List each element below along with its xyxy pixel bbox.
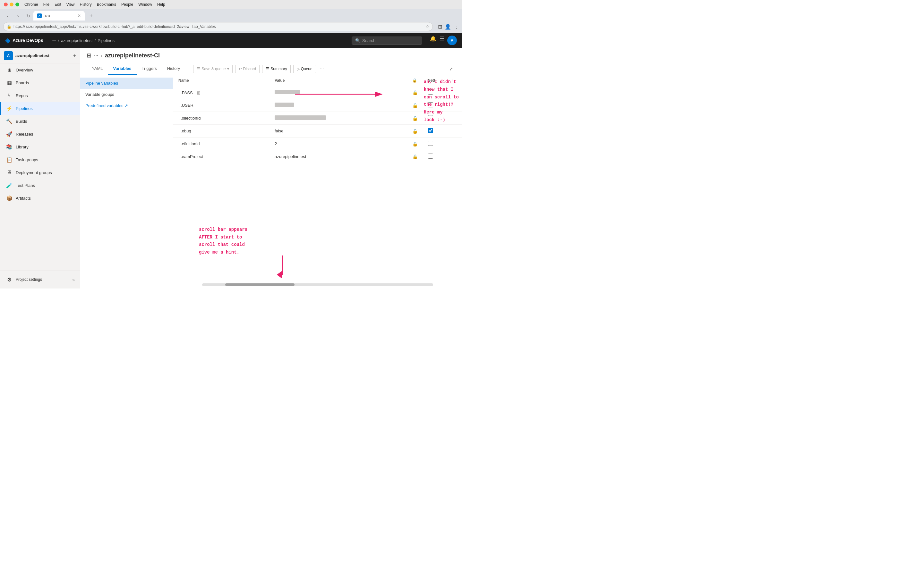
lock-cell-collectionid[interactable]: 🔒 (407, 112, 423, 125)
settings-icon[interactable]: ⋮ (454, 24, 459, 30)
breadcrumb-project[interactable]: azurepipelinetest (61, 38, 92, 43)
extensions-icon[interactable]: ⊞ (438, 24, 442, 30)
var-value-teamproject[interactable]: azurepipelinetest (270, 150, 407, 163)
settable-cell-pass[interactable] (423, 86, 462, 99)
bookmark-icon[interactable]: ☆ (426, 24, 429, 29)
var-value-user[interactable] (270, 99, 407, 112)
sidebar-item-task-groups[interactable]: 📋 Task groups (0, 153, 80, 166)
settable-cell-user[interactable] (423, 99, 462, 112)
lock-icon[interactable]: 🔒 (412, 103, 418, 108)
settable-cell-teamproject[interactable] (423, 150, 462, 163)
lock-cell-debug[interactable]: 🔒 (407, 125, 423, 137)
lock-cell-teamproject[interactable]: 🔒 (407, 150, 423, 163)
sidebar-item-library[interactable]: 📚 Library (0, 140, 80, 153)
user-avatar[interactable]: A (447, 35, 457, 45)
back-button[interactable]: ‹ (3, 11, 12, 21)
menu-file[interactable]: File (43, 2, 49, 7)
tab-variables[interactable]: Variables (108, 63, 136, 75)
org-avatar: A (4, 51, 13, 60)
add-project-button[interactable]: + (73, 53, 76, 59)
sidebar-item-pipelines[interactable]: ⚡ Pipelines (0, 102, 80, 115)
menu-help[interactable]: Help (157, 2, 165, 7)
settable-checkbox[interactable] (428, 153, 433, 159)
lock-icon[interactable]: 🔒 (412, 129, 418, 134)
predefined-variables-link[interactable]: Predefined variables ↗ (80, 100, 173, 111)
var-name-pass[interactable]: ...PASS 🗑 (173, 86, 270, 99)
menu-bookmarks[interactable]: Bookmarks (97, 2, 116, 7)
pipeline-more-icon[interactable]: ··· (94, 53, 98, 58)
sidebar-item-project-settings[interactable]: ⚙ Project settings « (0, 273, 80, 286)
settable-cell-collectionid[interactable] (423, 112, 462, 125)
sidebar-item-deployment-groups[interactable]: 🖥 Deployment groups (0, 166, 80, 179)
lock-cell-pass[interactable]: 🔒 (407, 86, 423, 99)
lock-icon[interactable]: 🔒 (412, 90, 418, 95)
summary-button[interactable]: ☰ Summary (262, 65, 290, 73)
var-value-pass[interactable] (270, 86, 407, 99)
lock-icon[interactable]: 🔒 (412, 154, 418, 159)
lock-cell-user[interactable]: 🔒 (407, 99, 423, 112)
menu-people[interactable]: People (121, 2, 133, 7)
collapse-sidebar-icon[interactable]: « (72, 277, 75, 282)
sidebar-item-builds[interactable]: 🔨 Builds (0, 115, 80, 127)
var-name-collectionid[interactable]: ...ollectionId (173, 112, 270, 125)
pipeline-variables-category[interactable]: Pipeline variables (80, 77, 173, 89)
breadcrumb-section[interactable]: Pipelines (97, 38, 115, 43)
sidebar-item-releases[interactable]: 🚀 Releases (0, 127, 80, 140)
sidebar-item-test-plans[interactable]: 🧪 Test Plans (0, 179, 80, 192)
queue-button[interactable]: ▷ Queue (293, 65, 316, 73)
table-row: ...efinitionId 2 🔒 (173, 137, 462, 150)
menu-view[interactable]: View (66, 2, 75, 7)
fullscreen-window-button[interactable] (15, 3, 19, 6)
scrollbar-thumb[interactable] (225, 284, 294, 286)
forward-button[interactable]: › (13, 11, 23, 21)
breadcrumb-org[interactable] (52, 40, 56, 41)
list-icon[interactable]: ☰ (439, 35, 444, 45)
settable-checkbox[interactable] (428, 102, 433, 107)
close-window-button[interactable] (4, 3, 8, 6)
sidebar-item-repos[interactable]: ⑂ Repos (0, 89, 80, 102)
settable-checkbox[interactable] (428, 141, 433, 146)
var-value-collectionid[interactable] (270, 112, 407, 125)
var-value-debug[interactable]: false (270, 125, 407, 137)
tab-triggers[interactable]: Triggers (137, 63, 162, 75)
menu-edit[interactable]: Edit (55, 2, 61, 7)
notifications-icon[interactable]: 🔔 (430, 35, 436, 45)
active-tab[interactable]: A azu ✕ (33, 11, 85, 21)
search-box[interactable]: 🔍 Search (352, 37, 422, 45)
var-name-debug[interactable]: ...ebug (173, 125, 270, 137)
tab-history[interactable]: History (162, 63, 185, 75)
sidebar-item-boards[interactable]: ▦ Boards (0, 76, 80, 89)
profile-icon[interactable]: 👤 (445, 24, 451, 30)
sidebar-item-artifacts[interactable]: 📦 Artifacts (0, 192, 80, 205)
more-actions-button[interactable]: ··· (318, 65, 325, 73)
horizontal-scrollbar[interactable] (173, 284, 462, 286)
menu-window[interactable]: Window (138, 2, 152, 7)
sidebar-item-overview[interactable]: ⊕ Overview (0, 63, 80, 76)
delete-var-button[interactable]: 🗑 (196, 90, 201, 95)
new-tab-button[interactable]: + (87, 11, 95, 21)
discard-button[interactable]: ↩ Discard (235, 65, 260, 73)
lock-cell-definitionid[interactable]: 🔒 (407, 137, 423, 150)
settable-checkbox[interactable] (428, 128, 433, 133)
settable-cell-debug[interactable] (423, 125, 462, 137)
lock-icon[interactable]: 🔒 (412, 141, 418, 147)
menu-chrome[interactable]: Chrome (24, 2, 38, 7)
lock-icon[interactable]: 🔒 (412, 116, 418, 121)
settable-cell-definitionid[interactable] (423, 137, 462, 150)
minimize-window-button[interactable] (10, 3, 13, 6)
var-value-definitionid[interactable]: 2 (270, 137, 407, 150)
url-input[interactable]: 🔒 https:// /azurepipelinetest/_apps/hub/… (3, 22, 433, 31)
reload-button[interactable]: ↻ (24, 11, 33, 21)
var-name-user[interactable]: ...USER (173, 99, 270, 112)
var-name-definitionid[interactable]: ...efinitionId (173, 137, 270, 150)
save-queue-button[interactable]: ☰ Save & queue ▾ (193, 65, 232, 73)
settable-checkbox[interactable] (428, 89, 433, 95)
var-name-teamproject[interactable]: ...eamProject (173, 150, 270, 163)
menu-history[interactable]: History (80, 2, 92, 7)
variable-groups-category[interactable]: Variable groups (80, 89, 173, 100)
tab-yaml[interactable]: YAML (87, 63, 108, 75)
save-queue-dropdown-icon[interactable]: ▾ (227, 67, 229, 71)
close-tab-button[interactable]: ✕ (78, 13, 81, 18)
settable-checkbox[interactable] (428, 115, 433, 120)
expand-icon[interactable]: ⤢ (447, 65, 456, 73)
